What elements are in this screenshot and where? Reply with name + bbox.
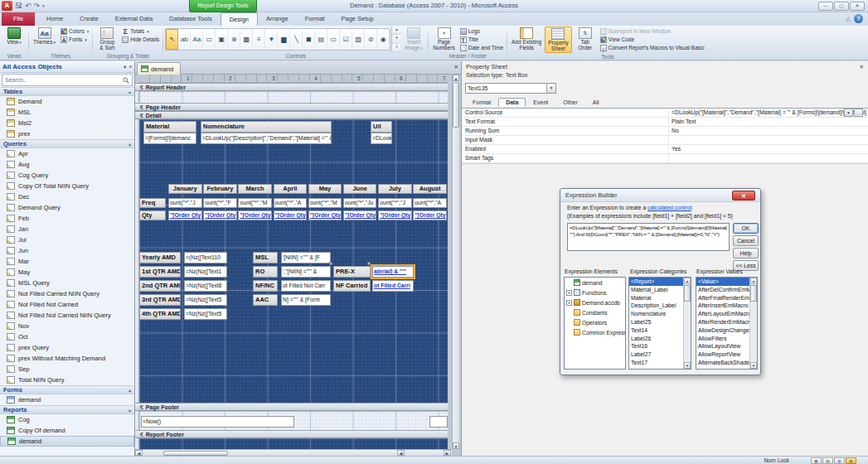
nf-carried-textbox[interactable]: ot Filled Carri: [372, 280, 414, 292]
nav-menu-icon[interactable]: ▾: [124, 64, 126, 70]
collapse-section-icon[interactable]: ▴: [129, 89, 131, 94]
amd-label[interactable]: 3rd QTR AMD: [139, 294, 181, 306]
tab-control-icon[interactable]: ▣: [216, 29, 228, 50]
rectangle-icon[interactable]: ▭: [327, 29, 340, 50]
property-row[interactable]: Control Source =DLookUp("[Material]","De…: [462, 109, 868, 118]
ribbon-tab[interactable]: Create: [71, 12, 107, 26]
value-list-item[interactable]: AfterFinalRenderEmMacr: [696, 294, 749, 302]
property-value[interactable]: No: [672, 128, 679, 133]
nav-item-query[interactable]: May: [0, 267, 134, 278]
amd-textbox[interactable]: =Nz(Nz([Text5: [184, 308, 227, 320]
chart-icon[interactable]: ▆: [278, 29, 290, 50]
msl-row-textbox[interactable]: '[NIIN] ="'" & [F: [281, 252, 331, 263]
property-row[interactable]: Input Mask: [462, 136, 868, 145]
category-list-item[interactable]: Description_Label: [629, 302, 683, 310]
expression-values-list[interactable]: <Value> AfterDelConfirmEmMacro AfterFina…: [696, 277, 758, 370]
ribbon-tab[interactable]: Home: [38, 12, 71, 26]
material-textbox[interactable]: =[Forms]![demanc: [143, 133, 196, 144]
ribbon-tab[interactable]: Design: [221, 12, 258, 26]
nav-item-table[interactable]: Demand: [0, 96, 134, 107]
category-list-item[interactable]: Text14: [629, 326, 683, 335]
gallery-more-icon[interactable]: ⊽: [392, 44, 400, 52]
category-list-item[interactable]: Nomenclature: [629, 310, 683, 318]
nomenclature-textbox[interactable]: =DLookUp("[Description]","Demand","[Mate…: [201, 133, 332, 144]
nav-item-report[interactable]: Cog: [0, 414, 134, 425]
option-button-icon[interactable]: ◉: [377, 29, 390, 50]
msl-row-label[interactable]: RO: [253, 266, 278, 278]
scroll-thumb[interactable]: [750, 285, 757, 302]
prex-label[interactable]: PRE-X: [333, 266, 371, 278]
nav-item-query[interactable]: prex Query: [0, 342, 134, 353]
freq-cell-textbox[interactable]: ount("*","J: [378, 198, 412, 208]
control-source-dropdown-icon[interactable]: ▼: [844, 109, 853, 117]
ribbon-tab[interactable]: Page Setup: [332, 12, 381, 26]
scroll-down-icon[interactable]: ▼: [453, 442, 459, 449]
gallery-down-icon[interactable]: ▼: [392, 35, 400, 43]
amd-textbox[interactable]: =Nz(Nz([Text8: [184, 280, 227, 292]
property-row[interactable]: Text Format Plain Text: [462, 118, 868, 127]
collapse-section-icon[interactable]: ▴: [129, 387, 131, 393]
now-textbox[interactable]: =Now(): [141, 416, 294, 428]
freq-cell-textbox[interactable]: ount("*","A: [274, 198, 308, 208]
qty-cell-textbox[interactable]: "[Order Qty: [203, 210, 237, 220]
move-handle[interactable]: [329, 262, 332, 265]
month-header-label[interactable]: June: [343, 184, 377, 194]
month-header-label[interactable]: January: [168, 184, 202, 194]
qty-cell-textbox[interactable]: "[Order Qty: [238, 210, 272, 220]
expand-icon[interactable]: +: [566, 290, 572, 296]
nav-item-query[interactable]: Apr: [0, 148, 134, 159]
page-number-textbox[interactable]: [429, 416, 448, 428]
print-preview-button[interactable]: ▤: [822, 457, 833, 464]
amd-textbox[interactable]: =(Nz([Text110: [184, 252, 227, 263]
text-box-icon[interactable]: ab: [178, 29, 191, 50]
page-break-icon[interactable]: ≡: [253, 29, 265, 50]
date-time-button[interactable]: 🕒 Date and Time: [458, 44, 505, 51]
document-close-icon[interactable]: ✕: [453, 64, 458, 70]
dialog-title-bar[interactable]: Expression Builder ✕: [560, 189, 760, 202]
property-sheet-tab[interactable]: Event: [526, 98, 555, 107]
section-bar-page-footer[interactable]: Page Footer: [135, 403, 448, 411]
label-icon[interactable]: Aa: [191, 29, 203, 50]
value-list-item[interactable]: AfterRenderEmMacro: [696, 318, 749, 326]
scroll-up-icon[interactable]: ▲: [750, 278, 757, 284]
attachment-icon[interactable]: ⊘: [365, 29, 377, 50]
combo-dropdown-icon[interactable]: ▼: [546, 84, 555, 93]
month-header-label[interactable]: February: [203, 184, 237, 194]
tree-item[interactable]: + Demand.accdb: [565, 297, 625, 307]
cancel-button[interactable]: Cancel: [733, 235, 759, 246]
freq-cell-textbox[interactable]: ount("*","M: [308, 198, 342, 208]
nav-item-query[interactable]: Nov: [0, 321, 134, 331]
ok-button[interactable]: OK: [733, 223, 759, 234]
tree-item[interactable]: + Operators: [565, 317, 625, 327]
option-group-icon[interactable]: ▩: [240, 29, 253, 50]
property-sheet-tab[interactable]: Data: [498, 98, 526, 107]
value-list-item[interactable]: <Value>: [696, 278, 749, 286]
category-list-item[interactable]: Material: [629, 294, 683, 302]
qty-cell-textbox[interactable]: "[Order Qty: [413, 210, 447, 220]
value-list-item[interactable]: AllowLayoutView: [696, 342, 749, 350]
nav-item-query[interactable]: Feb: [0, 213, 134, 224]
property-value[interactable]: =DLookUp("[Material]","Demand","[Materia…: [672, 109, 868, 115]
category-list-item[interactable]: Material_Label: [629, 286, 683, 294]
nav-item-query[interactable]: Jul: [0, 234, 134, 245]
tree-item[interactable]: + Functions: [565, 288, 625, 297]
freq-cell-textbox[interactable]: ount("*","F: [203, 198, 237, 208]
scroll-down-icon[interactable]: ▼: [750, 362, 757, 369]
nav-section-reports[interactable]: Reports ▴: [0, 405, 134, 414]
scroll-down-icon[interactable]: ▼: [684, 362, 691, 369]
unbound-object-frame-icon[interactable]: ▨: [352, 29, 365, 50]
nav-item-report[interactable]: demand: [0, 436, 134, 447]
ribbon-tab[interactable]: Database Tools: [161, 12, 221, 26]
shutter-bar-icon[interactable]: «: [129, 64, 132, 70]
totals-button[interactable]: Σ Totals: [120, 27, 161, 35]
search-input[interactable]: [5, 77, 123, 83]
move-handle[interactable]: [367, 262, 371, 265]
nav-section-forms[interactable]: Forms ▴: [0, 385, 134, 394]
section-bar-report-footer[interactable]: Report Footer: [135, 430, 448, 438]
qty-cell-textbox[interactable]: "[Order Qty: [274, 210, 308, 220]
nav-item-query[interactable]: Jan: [0, 224, 134, 234]
ribbon-tab[interactable]: Arrange: [258, 12, 297, 26]
help-button[interactable]: Help: [733, 248, 759, 259]
scroll-left-icon[interactable]: ◀: [135, 450, 143, 456]
nav-item-form[interactable]: demand: [0, 394, 134, 405]
